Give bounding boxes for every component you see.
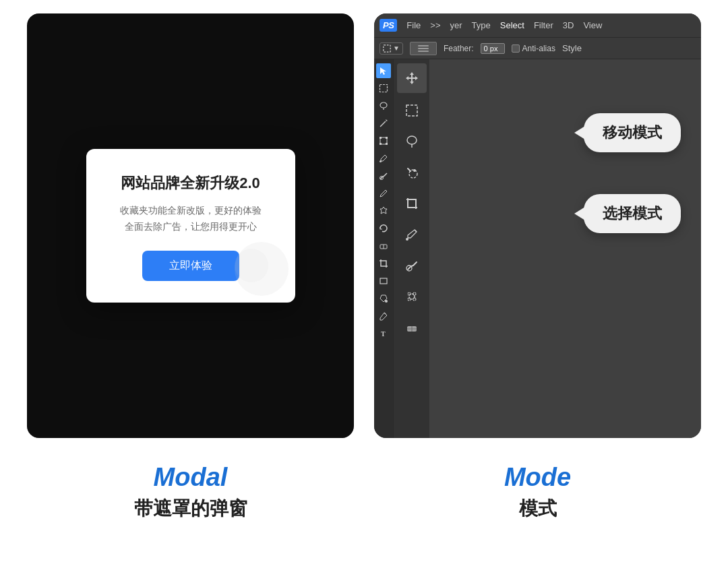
ps-menu-select[interactable]: Select xyxy=(500,20,524,30)
ps-logo: PS xyxy=(380,19,397,32)
svg-point-24 xyxy=(406,238,408,241)
ps-style-label: Style xyxy=(562,43,582,53)
ps-secondary-eyedropper[interactable] xyxy=(398,221,425,248)
ps-tool-history[interactable] xyxy=(376,221,391,236)
svg-marker-18 xyxy=(406,72,418,84)
ps-secondary-move[interactable] xyxy=(397,63,427,93)
ps-anti-alias-checkbox[interactable] xyxy=(512,44,520,53)
ps-tools-secondary xyxy=(393,59,429,438)
modal-box: 网站品牌全新升级2.0 收藏夹功能全新改版，更好的体验 全面去除广告，让您用得更… xyxy=(86,149,295,303)
svg-rect-15 xyxy=(380,278,387,284)
svg-point-30 xyxy=(413,298,416,301)
ps-tool-eraser[interactable] xyxy=(376,239,391,253)
ps-secondary-heal[interactable] xyxy=(398,252,425,279)
ps-menu-filter[interactable]: Filter xyxy=(534,20,553,30)
ps-tool-arrow[interactable] xyxy=(376,63,391,78)
svg-point-20 xyxy=(407,136,417,144)
modal-decoration2 xyxy=(235,249,268,282)
ps-secondary-wand[interactable] xyxy=(398,159,425,186)
ps-toolbar: T xyxy=(374,59,393,438)
ps-tool-marquee-rect[interactable] xyxy=(376,81,391,96)
label-block-modal: Modal 带遮罩的弹窗 xyxy=(27,451,354,532)
ps-tool-lasso[interactable] xyxy=(376,98,391,113)
ps-tool-heal[interactable] xyxy=(376,168,391,183)
svg-point-16 xyxy=(385,300,388,303)
svg-rect-9 xyxy=(386,143,388,145)
ps-select-tool-option[interactable]: ▼ xyxy=(380,42,403,55)
ps-secondary-stamp[interactable] xyxy=(398,283,425,310)
ps-secondary-eraser[interactable] xyxy=(398,314,425,341)
ps-tool-wand[interactable] xyxy=(376,116,391,131)
ps-tool-brush[interactable] xyxy=(376,186,391,201)
svg-rect-0 xyxy=(384,44,390,51)
svg-rect-1 xyxy=(380,85,388,92)
svg-point-23 xyxy=(413,169,416,172)
left-panel-modal: 网站品牌全新升级2.0 收藏夹功能全新改版，更好的体验 全面去除广告，让您用得更… xyxy=(27,13,354,438)
label-modal-zh: 带遮罩的弹窗 xyxy=(134,496,247,522)
label-block-mode: Mode 模式 xyxy=(374,451,701,532)
ps-tool-eyedropper[interactable] xyxy=(376,151,391,166)
svg-marker-5 xyxy=(386,119,388,121)
ps-menu-layer[interactable]: yer xyxy=(450,20,462,30)
bubble-select-mode: 选择模式 xyxy=(584,194,681,233)
svg-rect-8 xyxy=(386,137,388,139)
ps-optionsbar: ▼ Feather: Anti-alias Style xyxy=(374,38,701,59)
ps-canvas: 移动模式 选择模式 xyxy=(429,59,701,438)
ps-menubar: PS File >> yer Type Select Filter 3D Vie… xyxy=(374,13,701,38)
svg-rect-7 xyxy=(380,137,382,139)
ps-tool-transform[interactable] xyxy=(376,133,391,148)
svg-point-28 xyxy=(413,292,416,295)
ps-menu-view[interactable]: View xyxy=(583,20,602,30)
ps-feather-input[interactable] xyxy=(481,43,505,54)
ps-tool-type[interactable]: T xyxy=(376,326,391,341)
svg-line-4 xyxy=(380,121,386,127)
svg-point-2 xyxy=(380,102,387,108)
modal-desc: 收藏夹功能全新改版，更好的体验 全面去除广告，让您用得更开心 xyxy=(113,203,268,235)
ps-main: T xyxy=(374,59,701,438)
svg-point-11 xyxy=(380,160,382,162)
label-mode-zh: 模式 xyxy=(519,496,557,522)
ps-menu-file[interactable]: File xyxy=(406,20,421,30)
right-panel-mode: PS File >> yer Type Select Filter 3D Vie… xyxy=(374,13,701,438)
svg-rect-19 xyxy=(406,105,417,116)
svg-rect-10 xyxy=(380,143,382,145)
labels-row: Modal 带遮罩的弹窗 Mode 模式 xyxy=(0,445,728,532)
svg-line-25 xyxy=(415,230,417,232)
main-row: 网站品牌全新升级2.0 收藏夹功能全新改版，更好的体验 全面去除广告，让您用得更… xyxy=(0,0,728,445)
ps-tool-crop[interactable] xyxy=(376,256,391,271)
ps-menu-more[interactable]: >> xyxy=(430,20,440,30)
ps-anti-alias-option: Anti-alias xyxy=(512,44,555,53)
ps-secondary-lasso[interactable] xyxy=(398,128,425,155)
ps-tool-rect-shape[interactable] xyxy=(376,274,391,288)
ps-menu-type[interactable]: Type xyxy=(472,20,491,30)
ps-tool-preset xyxy=(410,42,437,55)
ps-secondary-crop[interactable] xyxy=(398,190,425,217)
ps-secondary-marquee-rect[interactable] xyxy=(398,97,425,124)
modal-title: 网站品牌全新升级2.0 xyxy=(113,173,268,193)
label-modal-en: Modal xyxy=(154,462,228,493)
svg-text:T: T xyxy=(381,330,386,338)
modal-cta-button[interactable]: 立即体验 xyxy=(142,251,239,281)
ps-menu-3d[interactable]: 3D xyxy=(563,20,574,30)
label-mode-en: Mode xyxy=(504,462,571,493)
ps-tool-fill[interactable] xyxy=(376,291,391,306)
ps-tool-stamp[interactable] xyxy=(376,204,391,218)
ps-tool-pen[interactable] xyxy=(376,309,391,323)
bubble-move-mode: 移动模式 xyxy=(584,113,681,152)
ps-feather-label: Feather: xyxy=(444,44,474,53)
